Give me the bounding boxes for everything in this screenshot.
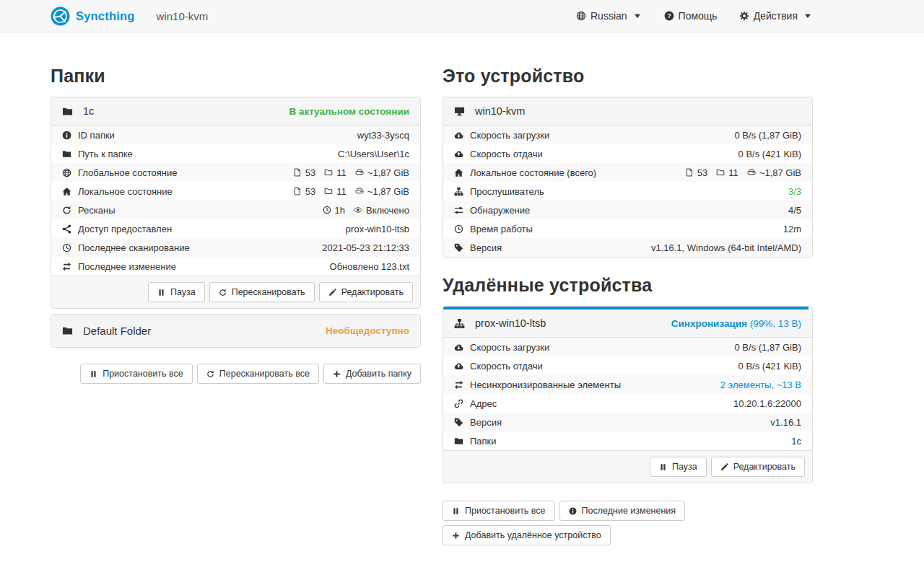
row-address: Адрес 10.20.1.6:22000 <box>443 394 812 413</box>
pause-icon <box>659 463 667 471</box>
pause-all-devices-button[interactable]: Приостановить все <box>443 501 555 521</box>
out-of-sync-link[interactable]: 2 элементы, ~13 B <box>720 379 801 390</box>
pencil-icon <box>720 463 728 471</box>
folder-panel-default: Default Folder Необщедоступно <box>51 314 421 348</box>
folders-heading: Папки <box>51 66 421 87</box>
exchange-icon <box>62 262 71 271</box>
plus-icon <box>452 532 460 540</box>
help-link[interactable]: Помощь <box>664 10 718 22</box>
language-menu[interactable]: Russian <box>576 10 642 22</box>
remote-device-header[interactable]: prox-win10-ltsb Синхронизация (99%, 13 B… <box>443 309 812 338</box>
clock-icon <box>323 206 331 214</box>
globe-icon <box>576 11 586 21</box>
question-circle-icon <box>664 11 674 21</box>
plus-icon <box>333 370 341 378</box>
share-icon <box>62 224 71 234</box>
row-last-scan: Последнее сканирование 2021-05-23 21:12:… <box>51 238 420 257</box>
desktop-icon <box>454 106 465 117</box>
globe-icon <box>62 168 71 177</box>
clock-icon <box>454 224 463 234</box>
device-edit-button[interactable]: Редактировать <box>711 457 805 477</box>
folder-outline-icon <box>324 187 333 196</box>
actions-menu[interactable]: Действия <box>739 10 813 22</box>
this-device-panel: win10-kvm Скорость загрузки 0 B/s (1,87 … <box>443 97 813 258</box>
folder-edit-button[interactable]: Редактировать <box>319 282 413 302</box>
add-remote-device-button[interactable]: Добавить удалённое устройство <box>443 525 611 545</box>
device-pause-button[interactable]: Пауза <box>650 457 707 477</box>
gear-icon <box>739 11 749 21</box>
refresh-icon <box>62 206 71 215</box>
this-device-header[interactable]: win10-kvm <box>443 97 812 126</box>
this-device-details: Скорость загрузки 0 B/s (1,87 GiB) Скоро… <box>443 126 812 257</box>
row-folders: Папки 1c <box>443 431 812 450</box>
caret-down-icon <box>632 11 642 21</box>
row-download-rate: Скорость загрузки 0 B/s (1,87 GiB) <box>443 126 812 144</box>
rescan-all-folders-button[interactable]: Пересканировать все <box>197 364 319 384</box>
syncthing-logo-icon[interactable] <box>51 6 70 26</box>
exchange-icon <box>454 380 463 390</box>
row-local-state: Локальное состояние 53 11 ~1,87 GiB <box>51 182 420 201</box>
folder-panel-footer: Пауза Пересканировать Редактировать <box>51 276 420 308</box>
row-version: Версия v1.16.1, Windows (64-bit Intel/AM… <box>443 238 812 257</box>
info-circle-icon <box>62 131 71 140</box>
brand-name[interactable]: Syncthing <box>76 9 135 23</box>
row-local-state-total: Локальное состояние (всего) 53 11 ~1,87 … <box>443 163 812 182</box>
recent-changes-button[interactable]: Последние изменения <box>559 501 686 521</box>
pause-icon <box>452 507 460 515</box>
add-folder-button[interactable]: Добавить папку <box>323 364 421 384</box>
sitemap-icon <box>454 187 463 196</box>
folder-outline-icon <box>324 168 333 177</box>
row-rescans: Ресканы 1h Включено <box>51 201 420 219</box>
device-page-title: win10-kvm <box>157 10 209 22</box>
folder-icon <box>454 436 463 446</box>
folder-status-badge: Необщедоступно <box>326 325 409 336</box>
refresh-icon <box>219 289 227 297</box>
hdd-icon <box>355 187 364 196</box>
pencil-icon <box>328 289 336 297</box>
tag-icon <box>454 243 463 253</box>
navbar: Syncthing win10-kvm Russian Помощь Дейст… <box>0 0 924 32</box>
help-label: Помощь <box>679 10 718 22</box>
row-global-state: Глобальное состояние 53 11 ~1,87 GiB <box>51 163 420 182</box>
actions-label: Действия <box>754 10 798 22</box>
devices-actions: Приостановить все Последние изменения До… <box>443 501 702 545</box>
folder-header-default[interactable]: Default Folder Необщедоступно <box>51 315 420 347</box>
tag-icon <box>454 418 463 427</box>
remote-device-footer: Пауза Редактировать <box>443 450 812 483</box>
remote-device-name: prox-win10-ltsb <box>475 317 546 329</box>
row-listeners: Прослушиватель 3/3 <box>443 182 812 201</box>
folder-header-1c[interactable]: 1c В актуальном состоянии <box>51 97 420 126</box>
folder-icon <box>62 325 73 336</box>
remote-device-status-badge: Синхронизация (99%, 13 B) <box>671 318 801 329</box>
hdd-icon <box>355 168 364 177</box>
language-label: Russian <box>590 10 627 22</box>
row-out-of-sync-items: Несинхронизированные элементы 2 элементы… <box>443 375 812 394</box>
home-icon <box>454 168 463 177</box>
hdd-icon <box>747 168 756 177</box>
folder-outline-icon <box>716 168 725 177</box>
folder-name: Default Folder <box>83 325 151 337</box>
cloud-download-icon <box>454 343 463 352</box>
home-icon <box>62 187 71 196</box>
folder-status-badge: В актуальном состоянии <box>289 106 409 117</box>
folder-panel-1c: 1c В актуальном состоянии ID папки wyt33… <box>51 97 421 309</box>
row-last-change: Последнее изменение Обновлено 123.txt <box>51 257 420 276</box>
row-discovery: Обнаружение 4/5 <box>443 201 812 219</box>
row-version: Версия v1.16.1 <box>443 413 812 431</box>
caret-down-icon <box>803 11 813 21</box>
folder-pause-button[interactable]: Пауза <box>148 282 205 302</box>
cloud-upload-icon <box>454 361 463 371</box>
this-device-name: win10-kvm <box>475 105 525 117</box>
folders-section: Папки 1c В актуальном состоянии ID папки… <box>51 66 421 545</box>
row-upload-rate: Скорость отдачи 0 B/s (421 KiB) <box>443 144 812 163</box>
refresh-icon <box>206 370 214 378</box>
remote-device-panel: prox-win10-ltsb Синхронизация (99%, 13 B… <box>443 306 813 483</box>
folder-rescan-button[interactable]: Пересканировать <box>209 282 315 302</box>
info-circle-icon <box>569 507 577 515</box>
pause-all-folders-button[interactable]: Приостановить все <box>80 364 193 384</box>
remote-devices-heading: Удалённые устройства <box>443 275 813 296</box>
file-icon <box>293 187 302 196</box>
clock-icon <box>62 243 71 253</box>
pause-icon <box>90 370 97 378</box>
row-uptime: Время работы 12m <box>443 219 812 238</box>
